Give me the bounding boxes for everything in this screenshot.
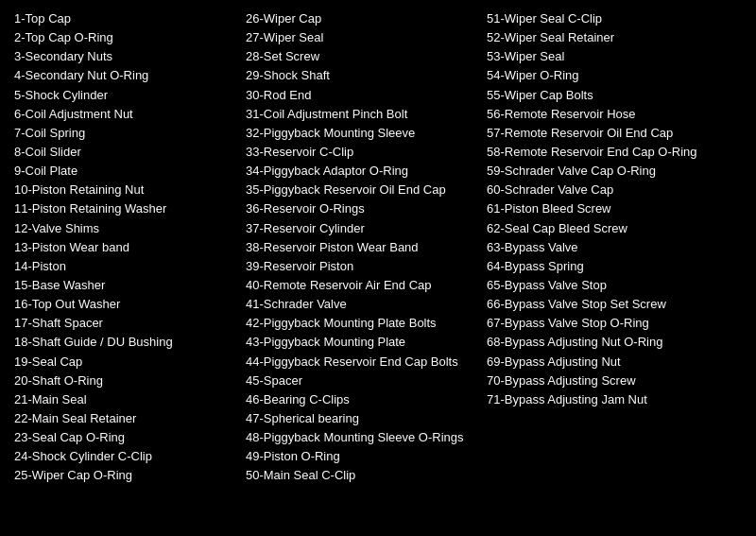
list-item: 58-Remote Reservoir End Cap O-Ring [487,143,742,162]
list-item: 54-Wiper O-Ring [487,66,742,85]
list-item: 57-Remote Reservoir Oil End Cap [487,124,742,143]
list-item: 25-Wiper Cap O-Ring [14,466,236,485]
list-item: 26-Wiper Cap [246,9,477,28]
list-item: 5-Shock Cylinder [14,86,236,105]
list-item: 71-Bypass Adjusting Jam Nut [487,390,742,409]
list-item: 40-Remote Reservoir Air End Cap [246,276,477,295]
list-item: 33-Reservoir C-Clip [246,143,477,162]
list-item: 29-Shock Shaft [246,66,477,85]
list-item: 53-Wiper Seal [487,47,742,66]
list-item: 50-Main Seal C-Clip [246,466,477,485]
list-item: 18-Shaft Guide / DU Bushing [14,333,236,352]
list-item: 4-Secondary Nut O-Ring [14,66,236,85]
list-item: 7-Coil Spring [14,124,236,143]
list-item: 14-Piston [14,257,236,276]
list-item: 46-Bearing C-Clips [246,390,477,409]
list-item: 22-Main Seal Retainer [14,409,236,428]
list-item: 17-Shaft Spacer [14,314,236,333]
list-item: 37-Reservoir Cylinder [246,219,477,238]
list-item: 59-Schrader Valve Cap O-Ring [487,162,742,181]
list-item: 68-Bypass Adjusting Nut O-Ring [487,333,742,352]
list-item: 55-Wiper Cap Bolts [487,86,742,105]
column-1: 1-Top Cap2-Top Cap O-Ring3-Secondary Nut… [14,9,246,486]
list-item: 56-Remote Reservoir Hose [487,105,742,124]
list-item: 41-Schrader Valve [246,295,477,314]
list-item: 32-Piggyback Mounting Sleeve [246,124,477,143]
list-item: 3-Secondary Nuts [14,47,236,66]
column-2: 26-Wiper Cap27-Wiper Seal28-Set Screw29-… [246,9,487,486]
list-item: 63-Bypass Valve [487,238,742,257]
list-item: 69-Bypass Adjusting Nut [487,353,742,372]
list-item: 43-Piggyback Mounting Plate [246,333,477,352]
list-item: 67-Bypass Valve Stop O-Ring [487,314,742,333]
list-item: 34-Piggyback Adaptor O-Ring [246,162,477,181]
list-item: 62-Seal Cap Bleed Screw [487,219,742,238]
list-item: 61-Piston Bleed Screw [487,199,742,218]
list-item: 49-Piston O-Ring [246,447,477,466]
list-item: 64-Bypass Spring [487,257,742,276]
list-item: 19-Seal Cap [14,353,236,372]
list-item: 8-Coil Slider [14,143,236,162]
list-item: 38-Reservoir Piston Wear Band [246,238,477,257]
list-item: 42-Piggyback Mounting Plate Bolts [246,314,477,333]
list-item: 31-Coil Adjustment Pinch Bolt [246,105,477,124]
list-item: 52-Wiper Seal Retainer [487,28,742,47]
list-item: 47-Spherical bearing [246,409,477,428]
list-item: 44-Piggyback Reservoir End Cap Bolts [246,353,477,372]
list-item: 11-Piston Retaining Washer [14,199,236,218]
list-item: 9-Coil Plate [14,162,236,181]
list-item: 16-Top Out Washer [14,295,236,314]
list-item: 30-Rod End [246,86,477,105]
list-item: 10-Piston Retaining Nut [14,181,236,199]
list-item: 13-Piston Wear band [14,238,236,257]
list-item: 65-Bypass Valve Stop [487,276,742,295]
list-item: 48-Piggyback Mounting Sleeve O-Rings [246,428,477,447]
list-item: 12-Valve Shims [14,219,236,238]
list-item: 39-Reservoir Piston [246,257,477,276]
list-item: 27-Wiper Seal [246,28,477,47]
list-item: 6-Coil Adjustment Nut [14,105,236,124]
list-item: 36-Reservoir O-Rings [246,199,477,218]
list-item: 23-Seal Cap O-Ring [14,428,236,447]
list-item: 21-Main Seal [14,390,236,409]
list-item: 28-Set Screw [246,47,477,66]
list-item: 15-Base Washer [14,276,236,295]
list-item: 24-Shock Cylinder C-Clip [14,447,236,466]
list-item: 45-Spacer [246,372,477,390]
parts-list-container: 1-Top Cap2-Top Cap O-Ring3-Secondary Nut… [14,9,742,486]
list-item: 70-Bypass Adjusting Screw [487,372,742,390]
list-item: 35-Piggyback Reservoir Oil End Cap [246,181,477,199]
list-item: 2-Top Cap O-Ring [14,28,236,47]
list-item: 51-Wiper Seal C-Clip [487,9,742,28]
column-3: 51-Wiper Seal C-Clip52-Wiper Seal Retain… [487,9,742,486]
list-item: 66-Bypass Valve Stop Set Screw [487,295,742,314]
list-item: 60-Schrader Valve Cap [487,181,742,199]
list-item: 20-Shaft O-Ring [14,372,236,390]
list-item: 1-Top Cap [14,9,236,28]
